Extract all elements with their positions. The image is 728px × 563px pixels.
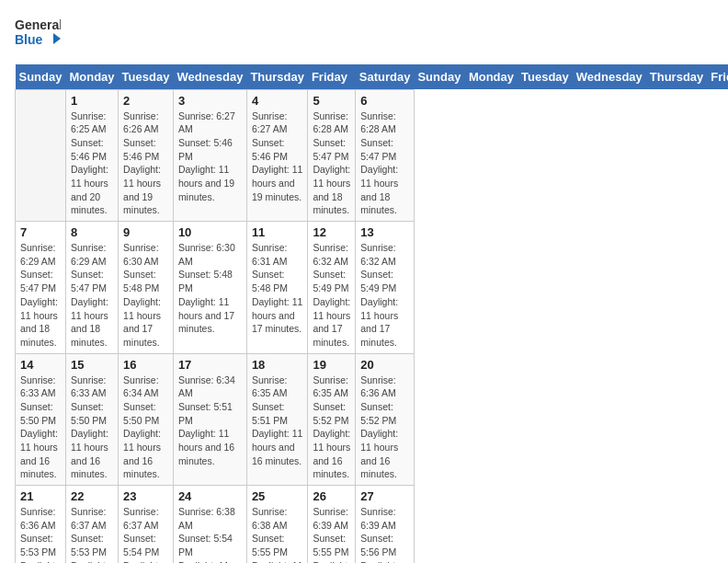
logo: General Blue bbox=[15, 15, 61, 57]
calendar-cell: 14Sunrise: 6:33 AM Sunset: 5:50 PM Dayli… bbox=[16, 353, 66, 486]
cell-info: Sunrise: 6:37 AM Sunset: 5:54 PM Dayligh… bbox=[123, 505, 168, 563]
col-header-monday: Monday bbox=[465, 64, 518, 90]
calendar-table: SundayMondayTuesdayWednesdayThursdayFrid… bbox=[15, 64, 728, 563]
cell-info: Sunrise: 6:34 AM Sunset: 5:50 PM Dayligh… bbox=[123, 373, 168, 482]
day-number: 18 bbox=[252, 358, 303, 372]
day-number: 24 bbox=[178, 489, 242, 503]
day-number: 13 bbox=[360, 225, 409, 239]
calendar-cell: 16Sunrise: 6:34 AM Sunset: 5:50 PM Dayli… bbox=[119, 353, 174, 486]
day-number: 5 bbox=[313, 94, 350, 108]
calendar-week-3: 14Sunrise: 6:33 AM Sunset: 5:50 PM Dayli… bbox=[16, 353, 729, 486]
day-number: 4 bbox=[252, 94, 303, 108]
cell-info: Sunrise: 6:30 AM Sunset: 5:48 PM Dayligh… bbox=[178, 241, 242, 336]
day-number: 2 bbox=[123, 94, 168, 108]
logo: General Blue bbox=[15, 15, 61, 57]
cell-info: Sunrise: 6:27 AM Sunset: 5:46 PM Dayligh… bbox=[252, 109, 303, 204]
calendar-cell: 11Sunrise: 6:31 AM Sunset: 5:48 PM Dayli… bbox=[246, 222, 308, 354]
day-number: 11 bbox=[252, 225, 303, 239]
calendar-cell: 23Sunrise: 6:37 AM Sunset: 5:54 PM Dayli… bbox=[119, 486, 174, 563]
cell-info: Sunrise: 6:35 AM Sunset: 5:51 PM Dayligh… bbox=[252, 373, 303, 468]
calendar-cell: 1Sunrise: 6:25 AM Sunset: 5:46 PM Daylig… bbox=[65, 89, 118, 222]
calendar-cell: 18Sunrise: 6:35 AM Sunset: 5:51 PM Dayli… bbox=[246, 353, 308, 486]
calendar-cell: 20Sunrise: 6:36 AM Sunset: 5:52 PM Dayli… bbox=[356, 353, 415, 486]
day-number: 8 bbox=[71, 225, 113, 239]
calendar-cell: 27Sunrise: 6:39 AM Sunset: 5:56 PM Dayli… bbox=[356, 486, 415, 563]
day-number: 16 bbox=[123, 358, 168, 372]
day-number: 10 bbox=[178, 225, 242, 239]
day-number: 22 bbox=[71, 489, 113, 503]
col-header-friday: Friday bbox=[707, 64, 728, 90]
header-sunday: Sunday bbox=[16, 64, 66, 90]
calendar-cell: 3Sunrise: 6:27 AM Sunset: 5:46 PM Daylig… bbox=[173, 89, 246, 222]
header-saturday: Saturday bbox=[356, 64, 415, 90]
calendar-cell: 24Sunrise: 6:38 AM Sunset: 5:54 PM Dayli… bbox=[173, 486, 246, 563]
calendar-cell: 8Sunrise: 6:29 AM Sunset: 5:47 PM Daylig… bbox=[65, 222, 118, 354]
cell-info: Sunrise: 6:28 AM Sunset: 5:47 PM Dayligh… bbox=[360, 109, 409, 218]
cell-info: Sunrise: 6:36 AM Sunset: 5:53 PM Dayligh… bbox=[20, 505, 61, 563]
day-number: 3 bbox=[178, 94, 242, 108]
calendar-week-1: 1Sunrise: 6:25 AM Sunset: 5:46 PM Daylig… bbox=[16, 89, 729, 222]
cell-info: Sunrise: 6:26 AM Sunset: 5:46 PM Dayligh… bbox=[123, 109, 168, 218]
cell-info: Sunrise: 6:32 AM Sunset: 5:49 PM Dayligh… bbox=[360, 241, 409, 350]
header-wednesday: Wednesday bbox=[173, 64, 246, 90]
cell-info: Sunrise: 6:39 AM Sunset: 5:55 PM Dayligh… bbox=[313, 505, 350, 563]
day-number: 21 bbox=[20, 489, 61, 503]
day-number: 15 bbox=[71, 358, 113, 372]
calendar-cell: 4Sunrise: 6:27 AM Sunset: 5:46 PM Daylig… bbox=[246, 89, 308, 222]
cell-info: Sunrise: 6:38 AM Sunset: 5:54 PM Dayligh… bbox=[178, 505, 242, 563]
cell-info: Sunrise: 6:33 AM Sunset: 5:50 PM Dayligh… bbox=[71, 373, 113, 482]
header-tuesday: Tuesday bbox=[119, 64, 174, 90]
col-header-sunday: Sunday bbox=[414, 64, 464, 90]
calendar-cell: 17Sunrise: 6:34 AM Sunset: 5:51 PM Dayli… bbox=[173, 353, 246, 486]
page-header: General Blue bbox=[15, 15, 713, 57]
col-header-wednesday: Wednesday bbox=[573, 64, 646, 90]
calendar-cell: 7Sunrise: 6:29 AM Sunset: 5:47 PM Daylig… bbox=[16, 222, 66, 354]
calendar-week-2: 7Sunrise: 6:29 AM Sunset: 5:47 PM Daylig… bbox=[16, 222, 729, 354]
calendar-cell: 22Sunrise: 6:37 AM Sunset: 5:53 PM Dayli… bbox=[65, 486, 118, 563]
svg-text:General: General bbox=[15, 17, 61, 32]
cell-info: Sunrise: 6:34 AM Sunset: 5:51 PM Dayligh… bbox=[178, 373, 242, 468]
calendar-week-4: 21Sunrise: 6:36 AM Sunset: 5:53 PM Dayli… bbox=[16, 486, 729, 563]
day-number: 19 bbox=[313, 358, 350, 372]
calendar-header-row: SundayMondayTuesdayWednesdayThursdayFrid… bbox=[16, 64, 729, 90]
calendar-cell: 13Sunrise: 6:32 AM Sunset: 5:49 PM Dayli… bbox=[356, 222, 415, 354]
day-number: 9 bbox=[123, 225, 168, 239]
day-number: 25 bbox=[252, 489, 303, 503]
calendar-cell: 10Sunrise: 6:30 AM Sunset: 5:48 PM Dayli… bbox=[173, 222, 246, 354]
header-friday: Friday bbox=[308, 64, 356, 90]
cell-info: Sunrise: 6:33 AM Sunset: 5:50 PM Dayligh… bbox=[20, 373, 61, 482]
calendar-cell bbox=[16, 89, 66, 222]
day-number: 1 bbox=[71, 94, 113, 108]
cell-info: Sunrise: 6:31 AM Sunset: 5:48 PM Dayligh… bbox=[252, 241, 303, 336]
day-number: 17 bbox=[178, 358, 242, 372]
calendar-cell: 2Sunrise: 6:26 AM Sunset: 5:46 PM Daylig… bbox=[119, 89, 174, 222]
cell-info: Sunrise: 6:29 AM Sunset: 5:47 PM Dayligh… bbox=[20, 241, 61, 350]
cell-info: Sunrise: 6:27 AM Sunset: 5:46 PM Dayligh… bbox=[178, 109, 242, 204]
calendar-cell: 12Sunrise: 6:32 AM Sunset: 5:49 PM Dayli… bbox=[308, 222, 356, 354]
calendar-cell: 15Sunrise: 6:33 AM Sunset: 5:50 PM Dayli… bbox=[65, 353, 118, 486]
cell-info: Sunrise: 6:29 AM Sunset: 5:47 PM Dayligh… bbox=[71, 241, 113, 350]
cell-info: Sunrise: 6:25 AM Sunset: 5:46 PM Dayligh… bbox=[71, 109, 113, 218]
day-number: 20 bbox=[360, 358, 409, 372]
calendar-cell: 25Sunrise: 6:38 AM Sunset: 5:55 PM Dayli… bbox=[246, 486, 308, 563]
cell-info: Sunrise: 6:28 AM Sunset: 5:47 PM Dayligh… bbox=[313, 109, 350, 218]
svg-text:Blue: Blue bbox=[15, 32, 43, 47]
calendar-cell: 19Sunrise: 6:35 AM Sunset: 5:52 PM Dayli… bbox=[308, 353, 356, 486]
calendar-cell: 9Sunrise: 6:30 AM Sunset: 5:48 PM Daylig… bbox=[119, 222, 174, 354]
header-monday: Monday bbox=[65, 64, 118, 90]
cell-info: Sunrise: 6:36 AM Sunset: 5:52 PM Dayligh… bbox=[360, 373, 409, 482]
cell-info: Sunrise: 6:37 AM Sunset: 5:53 PM Dayligh… bbox=[71, 505, 113, 563]
cell-info: Sunrise: 6:38 AM Sunset: 5:55 PM Dayligh… bbox=[252, 505, 303, 563]
cell-info: Sunrise: 6:32 AM Sunset: 5:49 PM Dayligh… bbox=[313, 241, 350, 350]
calendar-cell: 26Sunrise: 6:39 AM Sunset: 5:55 PM Dayli… bbox=[308, 486, 356, 563]
day-number: 23 bbox=[123, 489, 168, 503]
day-number: 27 bbox=[360, 489, 409, 503]
calendar-cell: 5Sunrise: 6:28 AM Sunset: 5:47 PM Daylig… bbox=[308, 89, 356, 222]
svg-marker-2 bbox=[53, 33, 61, 44]
day-number: 26 bbox=[313, 489, 350, 503]
cell-info: Sunrise: 6:35 AM Sunset: 5:52 PM Dayligh… bbox=[313, 373, 350, 482]
calendar-cell: 21Sunrise: 6:36 AM Sunset: 5:53 PM Dayli… bbox=[16, 486, 66, 563]
header-thursday: Thursday bbox=[246, 64, 308, 90]
day-number: 12 bbox=[313, 225, 350, 239]
calendar-cell: 6Sunrise: 6:28 AM Sunset: 5:47 PM Daylig… bbox=[356, 89, 415, 222]
